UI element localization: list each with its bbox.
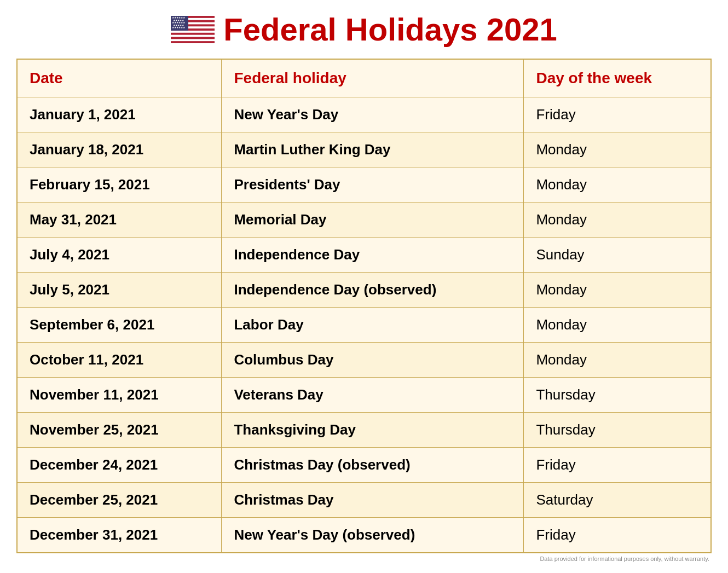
cell-day: Friday <box>524 97 711 132</box>
table-row: July 5, 2021Independence Day (observed)M… <box>17 273 711 308</box>
table-row: December 31, 2021New Year's Day (observe… <box>17 518 711 553</box>
cell-day: Monday <box>524 167 711 202</box>
table-row: November 25, 2021Thanksgiving DayThursda… <box>17 413 711 448</box>
cell-day: Friday <box>524 518 711 553</box>
col-header-holiday: Federal holiday <box>222 59 524 97</box>
cell-holiday: Christmas Day <box>222 483 524 518</box>
cell-date: May 31, 2021 <box>17 202 222 238</box>
cell-date: February 15, 2021 <box>17 167 222 202</box>
cell-holiday: Christmas Day (observed) <box>222 448 524 483</box>
cell-date: October 11, 2021 <box>17 343 222 378</box>
table-row: January 18, 2021Martin Luther King DayMo… <box>17 132 711 167</box>
cell-day: Monday <box>524 132 711 167</box>
table-row: September 6, 2021Labor DayMonday <box>17 308 711 343</box>
table-row: December 24, 2021Christmas Day (observed… <box>17 448 711 483</box>
col-header-date: Date <box>17 59 222 97</box>
cell-date: November 25, 2021 <box>17 413 222 448</box>
svg-rect-6 <box>171 37 215 39</box>
us-flag-icon: ★★★★★★ ★★★★★ ★★★★★★ ★★★★★ ★★★★★★ <box>171 16 215 43</box>
cell-holiday: Memorial Day <box>222 202 524 238</box>
table-header-row: Date Federal holiday Day of the week <box>17 59 711 97</box>
cell-date: November 11, 2021 <box>17 378 222 413</box>
cell-day: Monday <box>524 273 711 308</box>
cell-day: Saturday <box>524 483 711 518</box>
cell-date: December 31, 2021 <box>17 518 222 553</box>
cell-day: Sunday <box>524 238 711 273</box>
svg-rect-7 <box>171 41 215 43</box>
table-row: November 11, 2021Veterans DayThursday <box>17 378 711 413</box>
cell-holiday: Labor Day <box>222 308 524 343</box>
cell-holiday: Independence Day <box>222 238 524 273</box>
cell-day: Monday <box>524 202 711 238</box>
cell-day: Thursday <box>524 413 711 448</box>
cell-date: July 5, 2021 <box>17 273 222 308</box>
cell-holiday: Independence Day (observed) <box>222 273 524 308</box>
cell-day: Monday <box>524 308 711 343</box>
page-title: Federal Holidays 2021 <box>223 11 557 48</box>
col-header-day: Day of the week <box>524 59 711 97</box>
table-row: January 1, 2021New Year's DayFriday <box>17 97 711 132</box>
cell-holiday: Thanksgiving Day <box>222 413 524 448</box>
cell-date: December 24, 2021 <box>17 448 222 483</box>
cell-holiday: Martin Luther King Day <box>222 132 524 167</box>
svg-text:★★★★★★: ★★★★★★ <box>172 26 186 29</box>
table-row: July 4, 2021Independence DaySunday <box>17 238 711 273</box>
table-row: May 31, 2021Memorial DayMonday <box>17 202 711 238</box>
table-row: October 11, 2021Columbus DayMonday <box>17 343 711 378</box>
table-row: December 25, 2021Christmas DaySaturday <box>17 483 711 518</box>
cell-holiday: New Year's Day (observed) <box>222 518 524 553</box>
cell-date: January 1, 2021 <box>17 97 222 132</box>
cell-date: December 25, 2021 <box>17 483 222 518</box>
cell-holiday: Presidents' Day <box>222 167 524 202</box>
cell-date: July 4, 2021 <box>17 238 222 273</box>
table-row: February 15, 2021Presidents' DayMonday <box>17 167 711 202</box>
cell-holiday: Columbus Day <box>222 343 524 378</box>
svg-rect-5 <box>171 32 215 34</box>
cell-day: Friday <box>524 448 711 483</box>
cell-day: Monday <box>524 343 711 378</box>
page-title-area: ★★★★★★ ★★★★★ ★★★★★★ ★★★★★ ★★★★★★ Federal… <box>16 11 712 48</box>
cell-day: Thursday <box>524 378 711 413</box>
footnote: Data provided for informational purposes… <box>16 555 712 562</box>
cell-date: September 6, 2021 <box>17 308 222 343</box>
cell-holiday: Veterans Day <box>222 378 524 413</box>
holidays-table: Date Federal holiday Day of the week Jan… <box>16 59 712 553</box>
cell-date: January 18, 2021 <box>17 132 222 167</box>
cell-holiday: New Year's Day <box>222 97 524 132</box>
